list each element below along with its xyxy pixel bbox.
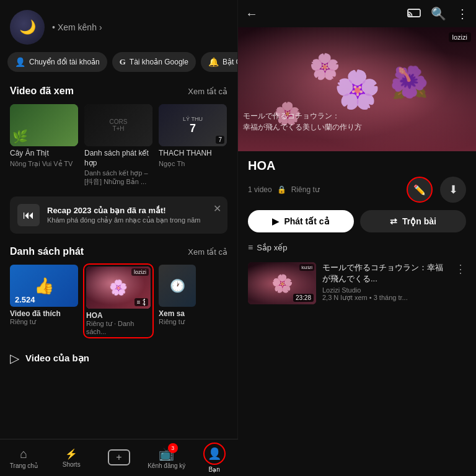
play-controls: ▶ Phát tất cả ⇄ Trộn bài [238, 203, 476, 240]
vli-more-options[interactable]: ⋮ [455, 262, 466, 276]
right-header-left: ← [245, 7, 258, 21]
hero-japanese-text: モールで作るコチョウラン： 幸福が飛んでくる美しい蘭の作り方 [243, 110, 362, 133]
playlist-row: 👍 2.524 Video đã thích Riêng tư 🌸 lozizi… [0, 262, 237, 345]
xem-kenh-link[interactable]: • Xem kênh › [52, 22, 102, 32]
privacy-label: Riêng tư [291, 185, 320, 194]
playlist-info: HOA 1 video 🔒 Riêng tư ✏️ ⬇ [238, 151, 476, 203]
video-count: 1 video [248, 185, 272, 194]
playlist-thumb-xem-sau: 🕐 [159, 265, 196, 307]
video-badge-3: 7 [216, 136, 224, 144]
video-title-1: Cây Ăn Thịt [10, 149, 78, 159]
home-icon: ⌂ [20, 447, 27, 461]
shuffle-btn[interactable]: ⇄ Trộn bài [360, 210, 466, 232]
account-switch-icon: 👤 [15, 57, 25, 67]
add-icon: + [108, 449, 130, 465]
cast-icon[interactable] [407, 7, 421, 21]
shorts-icon: ⚡ [65, 448, 77, 460]
video-title-3: THACH THANH [159, 149, 227, 159]
vli-duration: 23:28 [293, 294, 314, 302]
playlist-three-dots[interactable]: ⋮ [140, 297, 149, 307]
back-btn[interactable]: ← [245, 7, 258, 21]
hero-lozizi-badge: lozizi [449, 32, 471, 42]
playlist-thumb-liked: 👍 2.524 [10, 265, 78, 307]
liked-count: 2.524 [15, 295, 35, 304]
recap-banner[interactable]: ⏮ Recap 2023 của bạn đã ra mắt! Khám phá… [10, 196, 227, 234]
download-btn[interactable]: ⬇ [440, 177, 466, 203]
play-all-btn[interactable]: ▶ Phát tất cả [248, 210, 354, 232]
right-panel: ← 🔍 ⋮ 🌸 🌸 🌺 🌸 [238, 0, 476, 476]
playlist-thumb-hoa: 🌸 lozizi ≡ 1 ⋮ [86, 267, 151, 309]
video-thumb-2: CORST+H [84, 104, 152, 146]
xem-tat-ca-video-btn[interactable]: Xem tất cả [188, 87, 227, 96]
right-header: ← 🔍 ⋮ [238, 0, 476, 27]
account-actions: 👤 Chuyển đổi tài khoản G Tài khoản Googl… [0, 52, 237, 81]
playlist-name: HOA [248, 159, 466, 173]
bat-notifications-btn[interactable]: 🔔 Bật G [201, 52, 237, 72]
playlist-sub-liked: Riêng tư [10, 318, 78, 326]
lock-icon: 🔒 [277, 185, 286, 194]
hero-flowers: 🌸 🌸 🌺 🌸 lozizi モールで作るコチョウラン： 幸福が飛んでくる美しい… [238, 27, 476, 151]
profile-section: 🌙 • Xem kênh › [0, 0, 237, 52]
left-panel: 🌙 • Xem kênh › 👤 Chuyển đổi tài khoản G … [0, 0, 238, 476]
vli-thumb: 🌸 lozizi 23:28 [248, 262, 316, 304]
video-card-danh-sach[interactable]: CORST+H Danh sách phát kết hợp Danh sách… [84, 104, 152, 187]
vli-info: モールで作るコチョウラン：幸福が飛んでくる... Lozizi Studio 2… [322, 262, 449, 302]
video-thumb-3: LÝ THU 7 7 [159, 104, 227, 146]
video-sub-3: Ngọc Th [159, 160, 227, 168]
play-icon: ▶ [272, 216, 279, 226]
right-header-right: 🔍 ⋮ [407, 6, 469, 21]
recap-text: Recap 2023 của bạn đã ra mắt! Khám phá đ… [47, 206, 201, 224]
vli-channel: Lozizi Studio [322, 286, 449, 294]
playlist-meta-left: 1 video 🔒 Riêng tư [248, 185, 320, 194]
danh-sach-phat-header: Danh sách phát Xem tất cả [0, 241, 237, 262]
google-icon: G [120, 57, 126, 67]
ban-avatar-outline: 👤 [203, 443, 226, 465]
chuyen-doi-tai-khoan-btn[interactable]: 👤 Chuyển đổi tài khoản [7, 52, 107, 72]
playlist-meta: 1 video 🔒 Riêng tư ✏️ ⬇ [248, 177, 466, 203]
nav-kenh-dang-ky[interactable]: 📺 3 Kênh đăng ký [143, 439, 190, 476]
video-da-xem-header: Video đã xem Xem tất cả [0, 81, 237, 102]
recap-icon: ⏮ [17, 204, 40, 226]
playlist-title-xem-sau: Xem sa [159, 309, 196, 318]
video-sub-2: Danh sách kết hợp – [抖音] Những Bản ... [84, 169, 152, 187]
search-icon[interactable]: 🔍 [431, 6, 446, 21]
vli-title: モールで作るコチョウラン：幸福が飛んでくる... [322, 262, 449, 284]
playlist-actions-right: ✏️ ⬇ [407, 177, 466, 203]
bottom-nav: ⌂ Trang chủ ⚡ Shorts + 📺 3 Kênh đăng ký … [0, 439, 238, 476]
video-row: 🌿 Cây Ăn Thịt Nông Trại Vui Vẻ TV CORST+… [0, 102, 237, 194]
more-options-icon[interactable]: ⋮ [456, 6, 469, 21]
sort-icon: ≡ [248, 242, 253, 252]
playlist-hoa[interactable]: 🌸 lozizi ≡ 1 ⋮ HOA Riêng tư · Danh sách.… [84, 265, 152, 337]
playlist-hero: 🌸 🌸 🌺 🌸 lozizi モールで作るコチョウラン： 幸福が飛んでくる美しい… [238, 27, 476, 151]
playlist-xem-sau[interactable]: 🕐 Xem sa Riêng tư [159, 265, 196, 337]
edit-playlist-btn[interactable]: ✏️ [407, 177, 433, 203]
avatar[interactable]: 🌙 [10, 10, 45, 45]
recap-close-btn[interactable]: ✕ [213, 203, 221, 214]
bell-icon: 🔔 [208, 57, 219, 67]
svg-point-1 [408, 15, 409, 16]
nav-trang-chu[interactable]: ⌂ Trang chủ [0, 439, 48, 476]
vli-lozizi: lozizi [299, 264, 314, 271]
nav-shorts[interactable]: ⚡ Shorts [48, 439, 95, 476]
video-card-thach[interactable]: LÝ THU 7 7 THACH THANH Ngọc Th [159, 104, 227, 187]
vli-meta: 2,3 N lượt xem • 3 tháng tr... [322, 294, 449, 302]
video-title-2: Danh sách phát kết hợp [84, 149, 152, 168]
nav-add[interactable]: + [95, 439, 143, 476]
subscription-badge: 3 [168, 443, 178, 453]
video-card-cay-an-thit[interactable]: 🌿 Cây Ăn Thịt Nông Trại Vui Vẻ TV [10, 104, 78, 187]
video-list-item[interactable]: 🌸 lozizi 23:28 モールで作るコチョウラン：幸福が飛んでくる... … [238, 257, 476, 309]
nav-ban[interactable]: 👤 Bạn [190, 439, 238, 476]
playlist-sub-hoa: Riêng tư · Danh sách... [86, 320, 151, 335]
video-sub-1: Nông Trại Vui Vẻ TV [10, 160, 78, 168]
video-cua-ban-section[interactable]: ▷ Video của bạn [0, 345, 237, 372]
user-icon: 👤 [208, 447, 221, 461]
sort-section[interactable]: ≡ Sắp xếp [238, 240, 476, 257]
playlist-title-liked: Video đã thích [10, 309, 78, 318]
video-play-icon: ▷ [10, 351, 19, 366]
xem-tat-ca-playlist-btn[interactable]: Xem tất cả [188, 247, 227, 257]
tai-khoan-google-btn[interactable]: G Tài khoản Google [112, 52, 196, 72]
video-thumb-1: 🌿 [10, 104, 78, 146]
shuffle-icon: ⇄ [390, 216, 397, 226]
playlist-liked[interactable]: 👍 2.524 Video đã thích Riêng tư [10, 265, 78, 337]
playlist-sub-xem-sau: Riêng tư [159, 318, 196, 326]
